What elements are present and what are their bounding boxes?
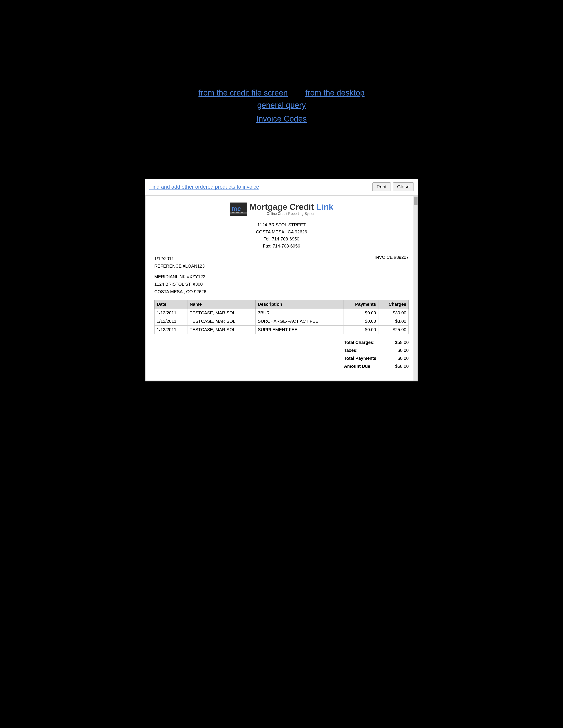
col-header-name: Name [187, 300, 256, 309]
company-logo-area: mc Mortgage Credit Link Online Cre [154, 202, 409, 217]
invoice-number: INVOICE #89207 [375, 255, 409, 260]
invoice-date: 1/12/2011 [154, 255, 205, 262]
billing-info: MERIDIANLINK #XZY123 1124 BRISTOL ST. #3… [154, 273, 409, 295]
invoice-totals: Total Charges: $58.00 Taxes: $0.00 Total… [154, 338, 409, 370]
svg-rect-4 [236, 212, 239, 213]
amount-due-value: $58.00 [391, 362, 409, 370]
svg-rect-5 [241, 212, 243, 213]
invoice-reference: REFERENCE #LOAN123 [154, 262, 205, 270]
company-name: Mortgage Credit Link [249, 202, 334, 212]
link-credit-file-screen[interactable]: from the credit file screen [198, 88, 288, 98]
total-payments-label: Total Payments: [344, 354, 378, 362]
table-row: 1/12/2011 TESTCASE, MARISOL 3BUR $0.00 $… [154, 309, 409, 317]
total-charges-label: Total Charges: [344, 338, 375, 346]
invoice-table: Date Name Description Payments Charges 1… [154, 300, 409, 334]
company-tagline: Online Credit Reporting System [249, 212, 334, 216]
col-header-payments: Payments [344, 300, 379, 309]
invoice-meta: 1/12/2011 REFERENCE #LOAN123 INVOICE #89… [154, 255, 409, 270]
mc-logo-icon: mc [229, 203, 247, 216]
scrollbar-thumb[interactable] [414, 197, 418, 205]
amount-due-label: Amount Due: [344, 362, 372, 370]
link-general-query[interactable]: general query [257, 101, 306, 110]
table-row: 1/12/2011 TESTCASE, MARISOL SURCHARGE-FA… [154, 317, 409, 325]
link-invoice-codes[interactable]: Invoice Codes [256, 114, 307, 123]
col-header-charges: Charges [379, 300, 409, 309]
svg-text:mc: mc [231, 205, 241, 212]
taxes-value: $0.00 [391, 346, 409, 354]
close-button[interactable]: Close [393, 182, 414, 191]
find-add-products-link[interactable]: Find and add other ordered products to i… [149, 184, 259, 190]
invoice-scroll-area[interactable]: mc Mortgage Credit Link Online Cre [145, 195, 418, 381]
invoice-note: Note: If paying by check, please include… [154, 377, 409, 381]
col-header-description: Description [255, 300, 344, 309]
print-button[interactable]: Print [373, 182, 391, 191]
invoice-toolbar: Find and add other ordered products to i… [145, 179, 418, 195]
taxes-label: Taxes: [344, 346, 358, 354]
scrollbar[interactable] [414, 196, 418, 381]
table-row: 1/12/2011 TESTCASE, MARISOL SUPPLEMENT F… [154, 325, 409, 334]
company-address: 1124 BRISTOL STREET COSTA MESA , CA 9262… [154, 221, 409, 250]
total-charges-value: $58.00 [391, 338, 409, 346]
invoice-panel: Find and add other ordered products to i… [145, 179, 418, 381]
svg-rect-3 [232, 212, 234, 213]
col-header-date: Date [154, 300, 187, 309]
total-payments-value: $0.00 [391, 354, 409, 362]
invoice-content: mc Mortgage Credit Link Online Cre [145, 196, 418, 381]
link-from-desktop[interactable]: from the desktop [305, 88, 365, 98]
